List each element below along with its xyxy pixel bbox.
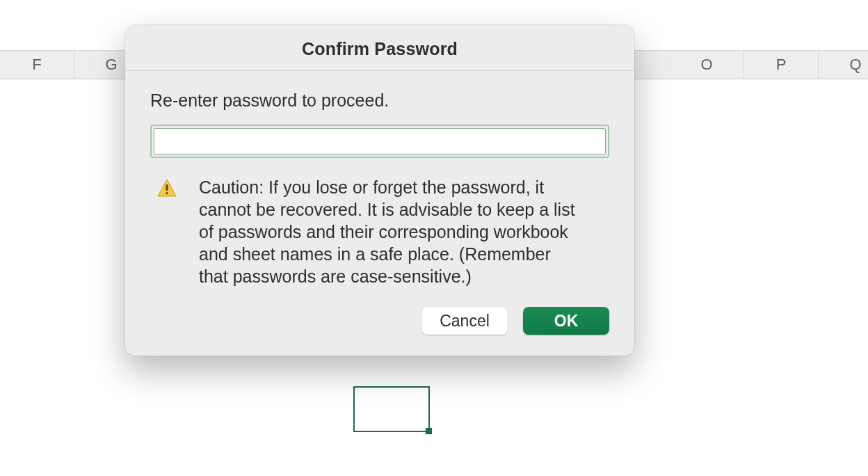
selected-cell[interactable] xyxy=(353,386,430,432)
caution-text: Caution: If you lose or forget the passw… xyxy=(199,176,580,287)
column-header[interactable]: P xyxy=(744,51,819,79)
password-input[interactable] xyxy=(154,128,606,154)
cancel-button[interactable]: Cancel xyxy=(421,307,508,335)
svg-rect-2 xyxy=(166,192,168,194)
warning-icon xyxy=(157,179,181,200)
fill-handle[interactable] xyxy=(426,428,432,434)
column-header[interactable]: O xyxy=(670,51,744,79)
password-field-wrap xyxy=(150,125,609,158)
dialog-title: Confirm Password xyxy=(125,25,634,71)
confirm-password-dialog: Confirm Password Re-enter password to pr… xyxy=(125,25,634,356)
column-header[interactable]: Q xyxy=(819,51,868,79)
svg-rect-1 xyxy=(166,184,168,191)
dialog-prompt: Re-enter password to proceed. xyxy=(150,90,609,111)
ok-button[interactable]: OK xyxy=(523,307,609,335)
column-header[interactable]: F xyxy=(0,51,74,79)
